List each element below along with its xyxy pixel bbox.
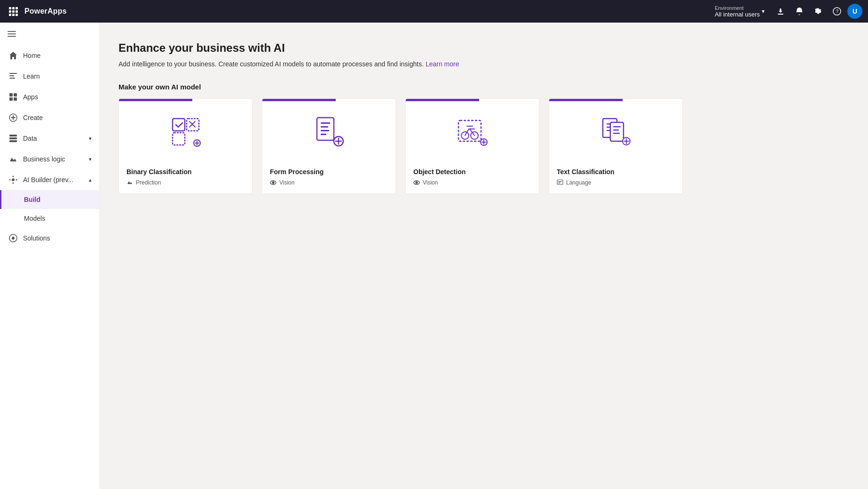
card-object-detection[interactable]: Object Detection Vision <box>405 98 539 194</box>
learn-more-link[interactable]: Learn more <box>426 60 459 68</box>
ai-builder-chevron-icon: ▴ <box>89 177 92 183</box>
environment-value: All internal users <box>715 11 760 18</box>
main-content: Enhance your business with AI Add intell… <box>100 23 868 489</box>
svg-rect-9 <box>778 14 783 15</box>
sidebar-item-home[interactable]: Home <box>0 45 99 66</box>
sidebar-solutions-label: Solutions <box>23 234 50 242</box>
svg-rect-17 <box>9 78 15 79</box>
svg-rect-24 <box>11 117 16 118</box>
sidebar-home-label: Home <box>23 52 40 59</box>
card-image-obj <box>406 101 539 162</box>
sidebar-build-label: Build <box>24 196 40 203</box>
sidebar-subitem-models[interactable]: Models <box>0 209 99 228</box>
sidebar-item-business-logic[interactable]: Business logic ▾ <box>0 149 99 169</box>
svg-rect-6 <box>9 14 11 16</box>
card-tag-form: Vision <box>270 179 388 186</box>
download-icon[interactable] <box>772 3 789 20</box>
svg-rect-8 <box>16 14 18 16</box>
card-binary-classification[interactable]: Binary Classification Prediction <box>118 98 253 194</box>
page-title: Enhance your business with AI <box>118 41 849 55</box>
svg-point-51 <box>416 182 418 184</box>
card-tag-label-binary: Prediction <box>136 179 161 186</box>
chevron-down-icon: ▾ <box>762 8 765 15</box>
svg-rect-27 <box>9 140 17 142</box>
svg-rect-5 <box>16 10 18 13</box>
sidebar-item-learn[interactable]: Learn <box>0 66 99 87</box>
svg-rect-1 <box>12 7 15 9</box>
card-body-text: Text Classification Language <box>549 162 682 193</box>
svg-rect-26 <box>9 137 17 139</box>
svg-rect-34 <box>173 119 185 131</box>
vision-icon-form <box>270 179 276 186</box>
sidebar-item-ai-builder[interactable]: AI Builder (prev... ▴ <box>0 169 99 190</box>
svg-rect-42 <box>321 134 326 135</box>
svg-rect-39 <box>321 122 330 124</box>
sidebar-item-data[interactable]: Data ▾ <box>0 128 99 149</box>
svg-rect-0 <box>9 7 11 9</box>
svg-rect-14 <box>8 36 16 37</box>
settings-icon[interactable] <box>810 3 827 20</box>
svg-rect-15 <box>9 73 17 74</box>
environment-label: Environment <box>715 5 760 11</box>
sidebar-item-solutions[interactable]: Solutions <box>0 228 99 249</box>
svg-rect-57 <box>613 126 621 128</box>
card-tag-obj: Vision <box>413 179 531 186</box>
sidebar-data-label: Data <box>23 135 37 142</box>
environment-selector[interactable]: Environment All internal users ▾ <box>711 3 768 20</box>
waffle-icon[interactable] <box>6 4 21 19</box>
card-body-binary: Binary Classification Prediction <box>119 162 252 193</box>
user-avatar[interactable]: U <box>847 4 862 19</box>
card-tag-label-obj: Vision <box>423 179 438 186</box>
vision-icon-obj <box>413 179 420 186</box>
svg-point-32 <box>16 179 17 181</box>
svg-rect-20 <box>9 97 13 101</box>
svg-rect-12 <box>8 31 16 32</box>
svg-rect-62 <box>558 181 562 182</box>
svg-point-29 <box>13 176 14 177</box>
svg-rect-3 <box>9 10 11 13</box>
prediction-icon <box>126 179 133 186</box>
language-icon <box>557 179 563 186</box>
svg-rect-13 <box>8 33 16 34</box>
sidebar-ai-builder-label: AI Builder (prev... <box>23 176 73 184</box>
card-tag-label-form: Vision <box>279 179 294 186</box>
svg-rect-7 <box>12 14 15 16</box>
svg-rect-2 <box>16 7 18 9</box>
svg-rect-59 <box>613 133 620 134</box>
card-image-binary <box>119 101 252 162</box>
card-body-obj: Object Detection Vision <box>406 162 539 193</box>
svg-rect-41 <box>321 130 329 131</box>
sidebar-apps-label: Apps <box>23 93 38 101</box>
svg-rect-40 <box>321 126 328 128</box>
card-title-form: Form Processing <box>270 168 388 176</box>
help-icon[interactable]: ? <box>829 3 845 20</box>
svg-rect-18 <box>9 93 13 96</box>
sidebar-models-label: Models <box>24 215 45 222</box>
svg-point-30 <box>13 183 14 184</box>
card-title-binary: Binary Classification <box>126 168 245 176</box>
svg-rect-58 <box>613 129 619 131</box>
sidebar-toggle-button[interactable] <box>0 23 99 45</box>
svg-point-31 <box>9 179 11 181</box>
card-title-text: Text Classification <box>557 168 675 176</box>
subtitle-text: Add intelligence to your business. Creat… <box>118 60 424 68</box>
svg-rect-63 <box>558 183 560 184</box>
sidebar-item-apps[interactable]: Apps <box>0 87 99 107</box>
card-tag-text: Language <box>557 179 675 186</box>
sidebar-subitem-build[interactable]: Build <box>0 190 99 209</box>
data-chevron-icon: ▾ <box>89 136 92 142</box>
sidebar-create-label: Create <box>23 114 43 121</box>
card-body-form: Form Processing Vision <box>262 162 395 193</box>
svg-rect-25 <box>9 135 17 136</box>
card-text-classification[interactable]: Text Classification Language <box>549 98 683 194</box>
section-title: Make your own AI model <box>118 83 849 91</box>
svg-rect-4 <box>12 10 15 13</box>
card-image-text <box>549 101 682 162</box>
sidebar-item-create[interactable]: Create <box>0 107 99 128</box>
top-nav-icons: ? U <box>772 3 862 20</box>
svg-rect-36 <box>173 133 185 145</box>
app-title: PowerApps <box>24 7 67 16</box>
svg-rect-38 <box>317 118 334 140</box>
card-form-processing[interactable]: Form Processing Vision <box>262 98 396 194</box>
notification-icon[interactable] <box>791 3 808 20</box>
